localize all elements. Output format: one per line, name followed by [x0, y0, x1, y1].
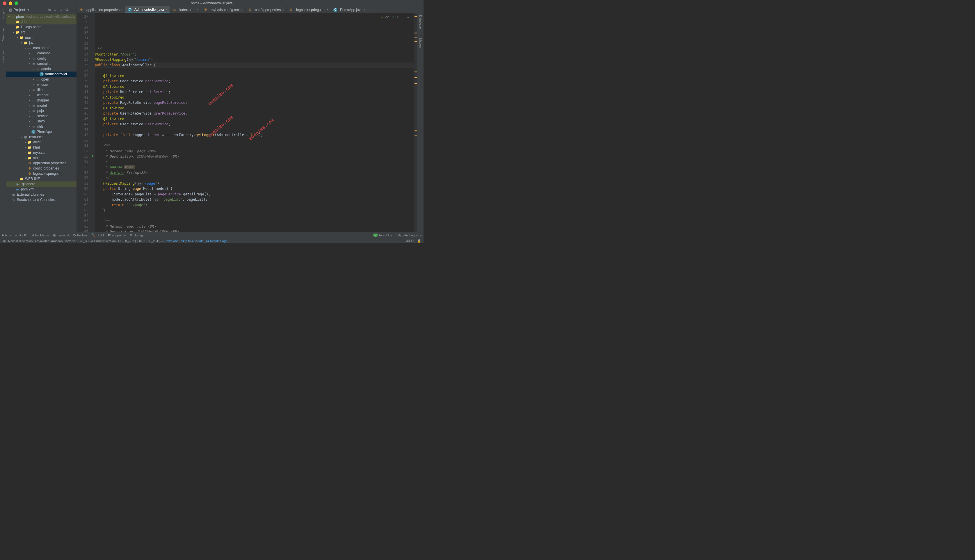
tree-item[interactable]: ▸📁WEB-INF	[7, 176, 77, 182]
tree-arrow-icon[interactable]: ▸	[28, 89, 32, 91]
code-line[interactable]: @Autowired	[95, 95, 414, 100]
tree-item[interactable]: ▸✎Scratches and Consoles	[7, 197, 77, 202]
tree-arrow-icon[interactable]: ▸	[28, 120, 32, 123]
line-number[interactable]: 66	[77, 224, 88, 229]
code-line[interactable]: *	[95, 159, 414, 165]
tree-arrow-icon[interactable]: ▾	[20, 136, 23, 138]
code-line[interactable]: private final Logger logger = LoggerFact…	[95, 132, 414, 138]
close-tab-icon[interactable]: ×	[121, 8, 123, 11]
tree-item[interactable]: ▸▭pojo	[7, 108, 77, 113]
tree-item[interactable]: 📁D:.logs.phms	[7, 25, 77, 30]
tree-item-selected[interactable]: CAdminontroller	[7, 72, 77, 77]
prev-highlight-icon[interactable]: ⌃	[402, 15, 404, 20]
line-number[interactable]: 65	[77, 218, 88, 224]
line-number[interactable]: 52	[77, 148, 88, 154]
code-line[interactable]: */	[95, 46, 414, 52]
gear-icon[interactable]: ⚙	[65, 8, 69, 12]
tree-arrow-icon[interactable]: ▸	[28, 110, 32, 112]
tree-arrow-icon[interactable]: ▸	[28, 125, 32, 128]
tree-arrow-icon[interactable]: ▸	[28, 94, 32, 97]
tree-arrow-icon[interactable]: ▸	[32, 78, 35, 81]
tool-window-spring[interactable]: ❀Spring	[130, 233, 143, 237]
maximize-window-button[interactable]	[15, 2, 18, 5]
tree-arrow-icon[interactable]: ▾	[28, 63, 32, 65]
left-stripe-favorites[interactable]: Favorites	[2, 50, 5, 63]
editor-tab[interactable]: ⚙application.properties×	[77, 7, 125, 13]
tree-item[interactable]: ▾📁src	[7, 30, 77, 35]
ok-count[interactable]: ✔ 1	[392, 15, 398, 20]
tree-item[interactable]: ▸📁error	[7, 140, 77, 145]
line-number[interactable]: 54	[77, 159, 88, 165]
project-header-title[interactable]: Project	[13, 8, 25, 12]
run-gutter-icon[interactable]: ▶	[91, 153, 95, 159]
tree-item[interactable]: ▾▭admin	[7, 66, 77, 72]
tree-item[interactable]: ▾📁main	[7, 35, 77, 40]
line-number[interactable]: 56	[77, 170, 88, 176]
tree-arrow-icon[interactable]: ▸	[28, 115, 32, 117]
close-window-button[interactable]	[3, 2, 7, 5]
tree-item[interactable]: ▾≡phmstest sources root, ~/Downloads/	[7, 14, 77, 19]
tree-item[interactable]: ▸▭listener	[7, 92, 77, 98]
tool-window-problems[interactable]: ⊘Problems	[32, 233, 48, 237]
line-number[interactable]: 41	[77, 89, 88, 95]
code-line[interactable]: @RequestMapping(⊕▾"/admin")	[95, 57, 414, 63]
tree-arrow-icon[interactable]: ▾	[20, 42, 23, 44]
editor-tab[interactable]: CPhmsApp.java×	[331, 7, 368, 13]
tool-window-profiler[interactable]: ◔Profiler	[73, 233, 87, 237]
tree-item[interactable]: ▾📁java	[7, 40, 77, 45]
code-line[interactable]: */	[95, 175, 414, 181]
tree-arrow-icon[interactable]: ▸	[12, 21, 15, 23]
line-number[interactable]: 49	[77, 132, 88, 138]
line-number[interactable]: 45	[77, 111, 88, 116]
warnings-count[interactable]: ⚠ 22	[381, 15, 389, 20]
line-number[interactable]: 39	[77, 78, 88, 84]
line-number[interactable]: 51	[77, 143, 88, 148]
chevron-down-icon[interactable]: ▾	[26, 8, 30, 12]
line-number[interactable]: 42	[77, 95, 88, 100]
tree-item[interactable]: ▾▭com.phms	[7, 45, 77, 51]
line-number[interactable]: 29	[77, 25, 88, 30]
tree-item[interactable]: ▸📁html	[7, 145, 77, 150]
line-number[interactable]: 48	[77, 127, 88, 133]
skip-update-link[interactable]: Skip this update (14 minutes ago)	[181, 239, 229, 243]
left-stripe-project[interactable]: Project	[2, 9, 5, 18]
tree-arrow-icon[interactable]: ▾	[12, 31, 15, 34]
code-line[interactable]: private UserRoleService userRoleService;	[95, 111, 414, 116]
caret-position[interactable]: 30:14	[406, 239, 414, 243]
code-line[interactable]: private UserService userService;	[95, 122, 414, 127]
code-line[interactable]: /**	[95, 218, 414, 224]
line-number[interactable]: 67	[77, 229, 88, 232]
tree-arrow-icon[interactable]: ▸	[28, 52, 32, 55]
tree-arrow-icon[interactable]: ▸	[28, 104, 32, 107]
tree-item[interactable]: ▸▭service	[7, 113, 77, 118]
code-line[interactable]: * @param model	[95, 165, 414, 170]
status-tool-windows-icon[interactable]: ▣	[2, 239, 7, 243]
tool-window-endpoints[interactable]: ⇄Endpoints	[108, 233, 126, 237]
code-line[interactable]: private PageService pageService;	[95, 78, 414, 84]
line-number[interactable]: 63	[77, 208, 88, 213]
tree-item[interactable]: ▸▭config	[7, 56, 77, 61]
select-opened-file-icon[interactable]: ⊕	[47, 8, 52, 12]
tree-item[interactable]: ▸⊞External Libraries	[7, 192, 77, 197]
tree-arrow-icon[interactable]: ▾	[8, 15, 11, 18]
tree-arrow-icon[interactable]: ▸	[16, 178, 19, 180]
tree-item[interactable]: CPhmsApp	[7, 129, 77, 134]
line-number[interactable]: 40	[77, 84, 88, 90]
editor-tab[interactable]: <>index.html×	[170, 7, 201, 13]
lock-icon[interactable]: 🔒	[417, 239, 421, 243]
code-line[interactable]: public class Adminontroller {	[95, 63, 414, 68]
close-tab-icon[interactable]: ×	[165, 8, 167, 11]
tree-item[interactable]: ⚙logback-spring.xml	[7, 171, 77, 176]
collapse-all-icon[interactable]: ≣	[59, 8, 63, 12]
tree-item[interactable]: ▾▭controller	[7, 61, 77, 66]
line-number[interactable]: 37	[77, 68, 88, 73]
editor-tab[interactable]: ⚙config.properties×	[245, 7, 287, 13]
code-line[interactable]: }	[95, 208, 414, 213]
line-number[interactable]: 44	[77, 105, 88, 111]
line-number[interactable]: 64	[77, 213, 88, 218]
code-line[interactable]: /**	[95, 143, 414, 148]
code-line[interactable]: @Autowired	[95, 105, 414, 111]
line-number[interactable]: 35	[77, 57, 88, 63]
line-number[interactable]: 38	[77, 73, 88, 79]
tree-arrow-icon[interactable]: ▸	[32, 83, 35, 86]
